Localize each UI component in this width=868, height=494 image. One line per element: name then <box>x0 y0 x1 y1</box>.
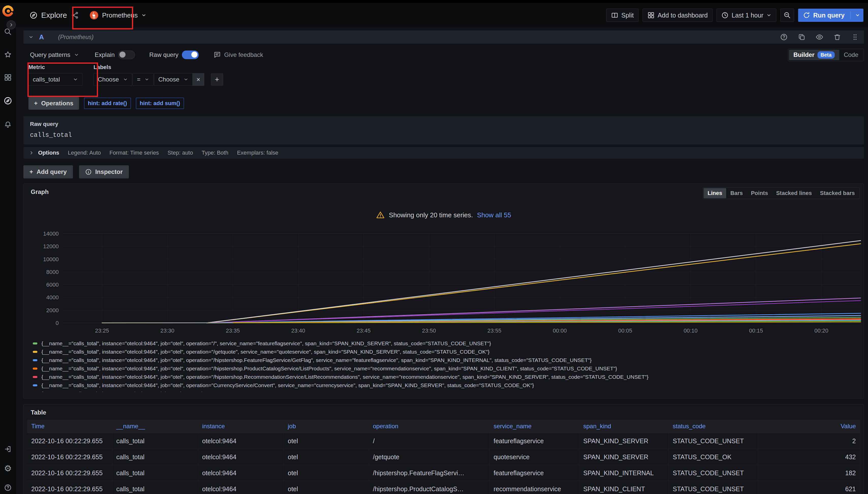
label-key-placeholder: Choose <box>98 76 119 83</box>
table-cell: 2022-10-16 00:22:29.655 <box>27 433 112 449</box>
split-button[interactable]: Split <box>606 8 638 22</box>
table-cell: otelcol:9464 <box>198 465 284 481</box>
show-all-series-link[interactable]: Show all 55 <box>477 211 511 219</box>
add-query-button[interactable]: + Add query <box>23 165 73 178</box>
legend-item[interactable]: {__name__="calls_total", instance="otelc… <box>33 364 858 373</box>
add-label-filter-button[interactable]: + <box>211 73 223 86</box>
chevron-down-icon <box>766 13 772 18</box>
metric-select[interactable]: calls_total <box>29 73 82 86</box>
duplicate-query-icon[interactable] <box>798 33 806 41</box>
table-cell: / <box>369 433 489 449</box>
query-patterns-dropdown[interactable]: Query patterns <box>29 51 80 59</box>
zoom-out-time-button[interactable] <box>780 8 794 22</box>
delete-query-icon[interactable] <box>833 33 841 41</box>
sidebar-gear-icon[interactable]: ⚙ <box>4 464 12 473</box>
share-icon[interactable] <box>71 12 79 19</box>
raw-query-toggle-label: Raw query <box>149 51 178 58</box>
sidebar-bell-icon[interactable] <box>4 120 12 128</box>
table-row[interactable]: 2022-10-16 00:22:29.655calls_totalotelco… <box>27 465 860 481</box>
label-operator-select[interactable]: = <box>133 73 153 86</box>
graph-panel-title: Graph <box>31 188 49 195</box>
column-header-service-name[interactable]: service_name <box>489 420 579 433</box>
run-query-button[interactable]: Run query <box>798 8 864 22</box>
legend-item[interactable]: {__name__="calls_total", instance="otelc… <box>33 347 858 356</box>
sidebar-compass-icon[interactable] <box>3 96 12 105</box>
table-cell: otel <box>284 465 369 481</box>
query-hint-button[interactable]: hint: add rate() <box>84 98 131 109</box>
query-help-icon[interactable] <box>780 33 788 41</box>
svg-text:00:15: 00:15 <box>749 327 763 334</box>
legend-item[interactable]: {__name__="calls_total", instance="otelc… <box>33 356 858 364</box>
legend-item-clipped[interactable]: {__name__="calls_total", instance="otelc… <box>33 390 858 392</box>
column-header-operation[interactable]: operation <box>369 420 489 433</box>
column-header--name-[interactable]: __name__ <box>112 420 198 433</box>
column-header-value[interactable]: Value <box>758 420 860 433</box>
time-series-chart[interactable]: 0200040006000800010000120001400023:2523:… <box>30 231 863 336</box>
table-panel: Table Time__name__instancejoboperationse… <box>23 404 864 494</box>
sidebar-star-icon[interactable] <box>4 51 12 58</box>
header: Explore Prometheus Split Add to dashboar… <box>16 3 868 27</box>
legend-series-label: {__name__="calls_total", instance="otelc… <box>41 340 491 346</box>
warning-icon <box>376 211 385 219</box>
time-range-picker[interactable]: Last 1 hour <box>717 8 776 22</box>
tab-code[interactable]: Code <box>839 50 863 60</box>
graph-mode-stacked-bars[interactable]: Stacked bars <box>816 188 859 198</box>
graph-mode-points[interactable]: Points <box>747 188 772 198</box>
hide-query-icon[interactable] <box>816 33 823 41</box>
legend-series-label: {__name__="calls_total", instance="otelc… <box>41 357 592 363</box>
table-row[interactable]: 2022-10-16 00:22:29.655calls_totalotelco… <box>27 433 860 449</box>
sync-icon <box>803 12 810 19</box>
give-feedback-button[interactable]: Give feedback <box>212 51 265 59</box>
query-row-header[interactable]: A (Prometheus) <box>23 31 864 44</box>
collapse-chevron-icon[interactable] <box>29 35 34 40</box>
explain-toggle[interactable] <box>118 51 135 59</box>
graph-mode-bars[interactable]: Bars <box>726 188 747 198</box>
compass-icon <box>30 11 38 19</box>
svg-text:23:30: 23:30 <box>160 327 174 334</box>
chevron-down-icon[interactable] <box>855 13 860 18</box>
column-header-span-kind[interactable]: span_kind <box>579 420 669 433</box>
graph-mode-stacked-lines[interactable]: Stacked lines <box>772 188 816 198</box>
drag-handle-icon[interactable] <box>851 33 859 41</box>
tab-builder[interactable]: Builder Beta <box>789 50 839 60</box>
legend-item[interactable]: {__name__="calls_total", instance="otelc… <box>33 373 858 381</box>
column-header-status-code[interactable]: status_code <box>669 420 758 433</box>
column-header-instance[interactable]: instance <box>198 420 284 433</box>
legend-swatch-icon <box>33 367 37 369</box>
raw-query-toggle[interactable] <box>182 51 199 59</box>
zoom-out-icon <box>784 12 791 19</box>
column-header-job[interactable]: job <box>284 420 369 433</box>
table-cell: STATUS_CODE_UNSET <box>669 433 758 449</box>
table-row[interactable]: 2022-10-16 00:22:29.655calls_totalotelco… <box>27 449 860 465</box>
option-summary-item: Type: Both <box>201 150 228 156</box>
prometheus-logo-icon <box>89 11 98 20</box>
sidebar-help-icon[interactable] <box>4 484 12 492</box>
editor-mode-tabs: Builder Beta Code <box>788 49 864 61</box>
inspector-button[interactable]: Inspector <box>79 165 129 178</box>
legend-item[interactable]: {__name__="calls_total", instance="otelc… <box>33 339 858 347</box>
sidebar-apps-icon[interactable] <box>4 74 12 81</box>
metric-label: Metric <box>29 64 82 71</box>
column-header-time[interactable]: Time <box>27 420 112 433</box>
table-row[interactable]: 2022-10-16 00:22:29.655calls_totalotelco… <box>27 481 860 494</box>
sidebar-expand-button[interactable] <box>6 20 16 30</box>
table-cell: SPAN_KIND_INTERNAL <box>579 465 669 481</box>
table-cell: 182 <box>758 465 860 481</box>
table-cell: /hipstershop.FeatureFlagServi… <box>369 465 489 481</box>
label-key-select[interactable]: Choose <box>93 73 132 86</box>
label-value-select[interactable]: Choose <box>154 73 193 86</box>
legend-swatch-icon <box>33 342 37 344</box>
query-hint-button[interactable]: hint: add sum() <box>136 98 184 109</box>
legend-series-label: {__name__="calls_total", instance="otelc… <box>41 382 534 388</box>
add-operation-button[interactable]: + Operations <box>29 97 79 110</box>
add-to-dashboard-button[interactable]: Add to dashboard <box>643 8 712 22</box>
query-options-row[interactable]: Options Legend: AutoFormat: Time seriesS… <box>23 147 864 159</box>
table-cell: otel <box>284 449 369 465</box>
datasource-picker[interactable]: Prometheus <box>86 8 150 22</box>
explore-title-group: Explore <box>30 11 86 20</box>
legend-item[interactable]: {__name__="calls_total", instance="otelc… <box>33 381 858 390</box>
graph-mode-lines[interactable]: Lines <box>704 188 726 198</box>
grafana-logo[interactable] <box>2 5 14 17</box>
sidebar-signin-icon[interactable] <box>4 445 12 453</box>
remove-label-filter-button[interactable]: × <box>193 73 204 86</box>
